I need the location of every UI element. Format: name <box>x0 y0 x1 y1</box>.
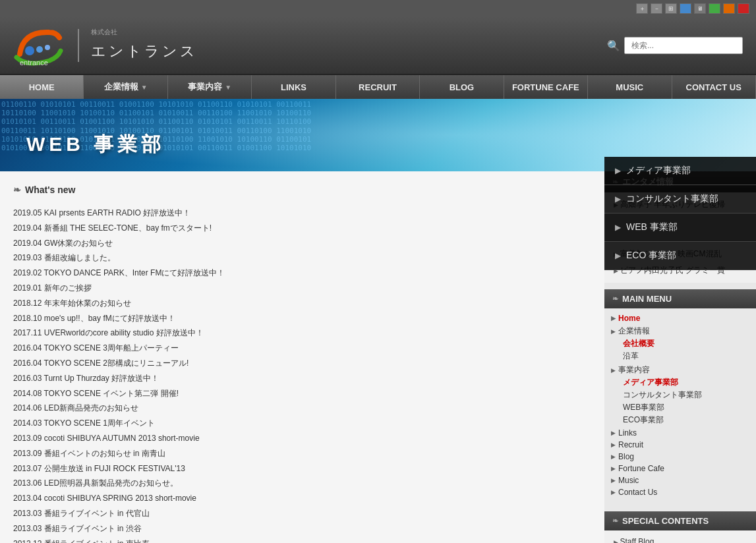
news-link[interactable]: 2017.11 UVERworldのcore ability studio 好評… <box>13 328 204 337</box>
news-link[interactable]: 2013.03 番組ライブイベント in 代官山 <box>13 509 150 518</box>
menu-link[interactable]: 企業情報 <box>611 326 749 337</box>
sub-menu-item: 沿革 <box>623 351 749 362</box>
news-item: 2013.03 番組ライブイベント in 代官山 <box>13 506 591 521</box>
news-link[interactable]: 2013.04 cocoti SHIBUYA SPRING 2013 short… <box>13 494 196 503</box>
news-item: 2016.03 Turnt Up Thurzday 好評放送中！ <box>13 371 591 386</box>
nav-home[interactable]: HOME <box>0 75 84 99</box>
news-link[interactable]: 2019.01 新年のご挨拶 <box>13 283 92 293</box>
menu-link[interactable]: Music <box>611 476 749 485</box>
main-menu-section: MAIN MENU Home企業情報会社概要沿革事業内容メディア事業部コンサルタ… <box>604 289 756 505</box>
dropdown-arrow-consultant: ▶ <box>615 194 621 204</box>
main-menu-title: MAIN MENU <box>604 289 756 308</box>
nav-links[interactable]: LINKS <box>252 75 335 99</box>
news-link[interactable]: 2013.07 公開生放送 in FUJI ROCK FESTIVAL'13 <box>13 464 185 473</box>
sub-menu-item: ECO事業部 <box>623 414 749 426</box>
menu-link[interactable]: Fortune Cafe <box>611 464 749 473</box>
company-name: エントランス <box>91 38 198 65</box>
topbar-btn-plus[interactable]: ＋ <box>636 3 648 14</box>
sub-menu-link[interactable]: WEB事業部 <box>623 403 664 412</box>
news-link[interactable]: 2013.09 cocoti SHIBUYA AUTUMN 2013 short… <box>13 434 200 443</box>
news-link[interactable]: 2014.06 LED新商品発売のお知らせ <box>13 403 138 413</box>
topbar-btn-blue[interactable] <box>680 3 691 14</box>
news-item: 2019.03 番組改編しました。 <box>13 250 591 266</box>
sub-menu-item: コンサルタント事業部 <box>623 389 749 401</box>
menu-item: Recruit <box>611 440 749 449</box>
news-link[interactable]: 2012.12 番組ライブイベント in 恵比寿 <box>13 539 150 543</box>
sub-menu-link[interactable]: コンサルタント事業部 <box>623 390 702 399</box>
news-item: 2013.09 cocoti SHIBUYA AUTUMN 2013 short… <box>13 431 591 446</box>
menu-item: Fortune Cafe <box>611 464 749 473</box>
news-link[interactable]: 2019.04 GW休業のお知らせ <box>13 239 113 248</box>
logo-area: entrance 株式会社 エントランス <box>13 24 607 67</box>
topbar-btn-grid[interactable]: ⊞ <box>665 3 677 14</box>
menu-link[interactable]: Recruit <box>611 440 749 449</box>
menu-tree: Home企業情報会社概要沿革事業内容メディア事業部コンサルタント事業部WEB事業… <box>604 308 756 505</box>
news-link[interactable]: 2016.04 TOKYO SCENE 2部構成にリニューアル! <box>13 358 189 368</box>
search-area: 🔍 <box>607 37 743 54</box>
dropdown-consultant[interactable]: ▶ コンサルタント事業部 <box>604 185 756 214</box>
nav-recruit[interactable]: RECRUIT <box>336 75 420 99</box>
topbar-btn-monitor[interactable]: 🖥 <box>694 3 706 14</box>
menu-link[interactable]: Contact Us <box>611 488 749 497</box>
dropdown-media[interactable]: ▶ メディア事業部 <box>604 157 756 185</box>
news-item: 2014.08 TOKYO SCENE イベント第二弾 開催! <box>13 386 591 401</box>
sub-menu-link[interactable]: 会社概要 <box>623 339 654 348</box>
news-link[interactable]: 2013.03 番組ライブイベント in 渋谷 <box>13 524 142 533</box>
sub-menu-link[interactable]: メディア事業部 <box>623 378 678 387</box>
menu-link[interactable]: Links <box>611 428 749 438</box>
dropdown-overlay: ▶ メディア事業部 ▶ コンサルタント事業部 ▶ WEB 事業部 ▶ ECO 事… <box>604 157 756 270</box>
news-link[interactable]: 2018.12 年末年始休業のお知らせ <box>13 299 131 308</box>
special-links: Staff Blog <box>604 530 756 543</box>
whats-new-title: What's new <box>13 185 591 195</box>
topbar-btn-orange[interactable] <box>723 3 735 14</box>
menu-link[interactable]: 事業内容 <box>611 364 749 376</box>
hero-area: 01100110 01010101 00110011 01001100 1010… <box>0 99 756 171</box>
sub-menu-item: WEB事業部 <box>623 402 749 413</box>
news-item: 2019.01 新年のご挨拶 <box>13 281 591 296</box>
news-link[interactable]: 2016.03 Turnt Up Thurzday 好評放送中！ <box>13 374 159 383</box>
dropdown-label-web: WEB 事業部 <box>626 221 678 233</box>
topbar-btn-minus[interactable]: － <box>651 3 662 14</box>
news-link[interactable]: 2018.10 moe's up!!、bay fMにて好評放送中！ <box>13 314 175 323</box>
news-link[interactable]: 2019.05 KAI prsents EARTH RADIO 好評放送中！ <box>13 208 190 217</box>
news-item: 2017.11 UVERworldのcore ability studio 好評… <box>13 326 591 341</box>
news-item: 2013.03 番組ライブイベント in 渋谷 <box>13 521 591 536</box>
news-link[interactable]: 2013.06 LED照明器具新製品発売のお知らせ。 <box>13 478 178 488</box>
topbar-btn-red[interactable] <box>738 3 749 14</box>
nav-contact[interactable]: CONTACT US <box>672 75 756 99</box>
topbar-btn-green[interactable] <box>709 3 720 14</box>
nav-kigyoujoho[interactable]: 企業情報 ▼ <box>84 75 167 99</box>
menu-item: 企業情報会社概要沿革 <box>611 326 749 362</box>
news-link[interactable]: 2019.04 新番組 THE SELEC-TONE、bay fmでスタート! <box>13 223 212 233</box>
news-link[interactable]: 2014.03 TOKYO SCENE 1周年イベント <box>13 418 155 428</box>
news-list: 2019.05 KAI prsents EARTH RADIO 好評放送中！20… <box>13 206 591 543</box>
menu-link[interactable]: Blog <box>611 452 749 461</box>
menu-item: Music <box>611 476 749 485</box>
special-section: SPECIAL CONTENTS Staff Blog <box>604 511 756 543</box>
dropdown-eco[interactable]: ▶ ECO 事業部 <box>604 242 756 270</box>
top-bar: ＋ － ⊞ 🖥 <box>0 0 756 17</box>
nav-fortune[interactable]: FORTUNE CAFE <box>504 75 588 99</box>
sub-menu-link[interactable]: ECO事業部 <box>623 415 664 424</box>
nav-music[interactable]: MUSIC <box>588 75 672 99</box>
menu-item: Links <box>611 428 749 438</box>
nav-jigyounaiyo[interactable]: 事業内容 ▼ <box>168 75 252 99</box>
news-link[interactable]: 2019.03 番組改編しました。 <box>13 253 115 262</box>
news-link[interactable]: 2013.09 番組イベントのお知らせ in 南青山 <box>13 449 165 458</box>
svg-text:entrance: entrance <box>20 59 48 67</box>
menu-item: Contact Us <box>611 488 749 497</box>
news-link[interactable]: 2019.02 TOKYO DANCE PARK、Inter FMにて好評放送中… <box>13 268 225 277</box>
news-link[interactable]: 2016.04 TOKYO SCENE 3周年船上パーティー <box>13 343 179 353</box>
dropdown-label-eco: ECO 事業部 <box>626 250 676 262</box>
news-link[interactable]: 2014.08 TOKYO SCENE イベント第二弾 開催! <box>13 389 179 398</box>
logo-icon: entrance <box>13 24 66 67</box>
dropdown-arrow-media: ▶ <box>615 166 621 175</box>
menu-link[interactable]: Home <box>611 314 749 323</box>
sub-menu-link[interactable]: 沿革 <box>623 351 639 360</box>
nav-blog[interactable]: BLOG <box>420 75 504 99</box>
news-item: 2016.04 TOKYO SCENE 2部構成にリニューアル! <box>13 356 591 371</box>
special-link[interactable]: Staff Blog <box>620 537 654 543</box>
search-input[interactable] <box>624 37 743 54</box>
news-item: 2019.04 新番組 THE SELEC-TONE、bay fmでスタート! <box>13 221 591 236</box>
dropdown-web[interactable]: ▶ WEB 事業部 <box>604 214 756 242</box>
